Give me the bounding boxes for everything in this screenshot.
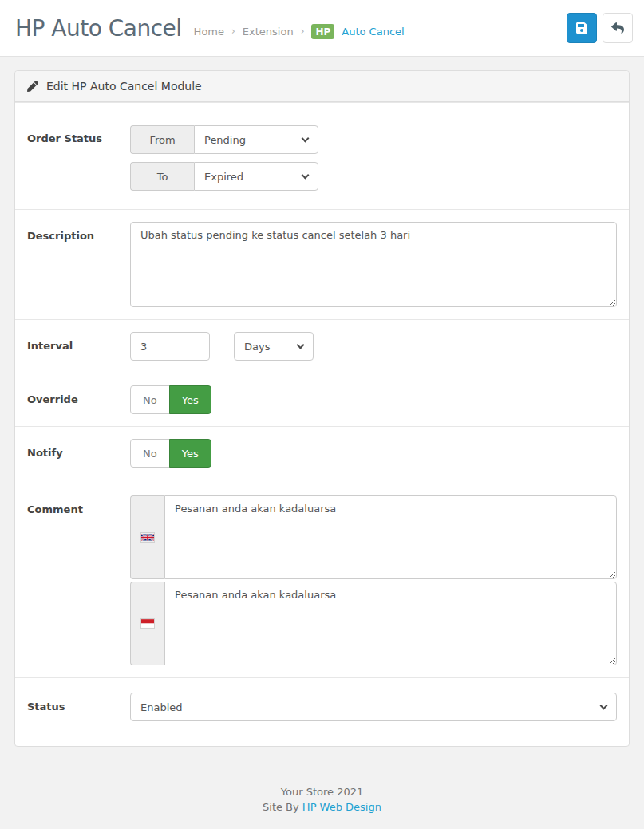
interval-input[interactable] [130,332,210,361]
breadcrumb-separator: › [301,26,305,37]
back-button[interactable] [603,13,633,43]
page-title: HP Auto Cancel [15,15,182,41]
indonesia-flag-icon [130,582,164,665]
order-status-from-group: From Pending [130,125,617,154]
interval-label: Interval [27,332,130,361]
status-label: Status [27,693,130,721]
breadcrumb-extension-link[interactable]: Extension [243,26,294,38]
breadcrumb-home-link[interactable]: Home [194,26,224,38]
hp-badge: HP [311,24,334,39]
override-yes-button[interactable]: Yes [169,385,211,414]
panel-heading: Edit HP Auto Cancel Module [15,71,629,102]
breadcrumb: Home › Extension › HP Auto Cancel [194,24,405,39]
form-row-notify: Notify No Yes [15,426,629,480]
comment-english-group: Pesanan anda akan kadaluarsa [130,495,617,579]
notify-no-button[interactable]: No [130,439,170,468]
from-addon-label: From [130,125,194,154]
floppy-disk-icon [575,22,588,34]
comment-english-textarea[interactable]: Pesanan anda akan kadaluarsa [164,495,617,579]
override-no-button[interactable]: No [130,385,170,414]
description-label: Description [27,222,130,307]
comment-label: Comment [27,495,130,665]
comment-indonesian-group: Pesanan anda akan kadaluarsa [130,582,617,665]
to-addon-label: To [130,162,194,191]
order-status-label: Order Status [27,125,130,191]
description-textarea[interactable]: Ubah status pending ke status cancel set… [130,222,617,307]
page-header: HP Auto Cancel Home › Extension › HP Aut… [0,0,644,57]
override-label: Override [27,385,130,414]
form-row-status: Status Enabled [15,677,629,746]
comment-indonesian-textarea[interactable]: Pesanan anda akan kadaluarsa [164,582,617,665]
interval-unit-select[interactable]: Days [234,332,314,361]
header-actions [567,13,633,43]
form-row-order-status: Order Status From Pending To Expi [15,102,629,209]
reply-arrow-icon [611,22,624,34]
footer-siteby-text: Site By [263,801,299,813]
form-row-interval: Interval Days [15,319,629,373]
footer-siteby-line: Site By HP Web Design [0,800,644,815]
form-row-comment: Comment Pesanan anda akan kadaluarsa [15,480,629,677]
breadcrumb-current-link[interactable]: Auto Cancel [342,26,404,38]
form-row-override: Override No Yes [15,373,629,426]
order-status-to-select[interactable]: Expired [194,162,318,191]
footer-store-text: Your Store 2021 [0,785,644,800]
override-toggle: No Yes [130,385,211,414]
notify-yes-button[interactable]: Yes [169,439,211,468]
panel-heading-title: Edit HP Auto Cancel Module [46,80,202,93]
uk-flag-icon [130,495,164,579]
content-area: Edit HP Auto Cancel Module Order Status … [0,57,644,747]
page-footer: Your Store 2021 Site By HP Web Design [0,785,644,829]
footer-site-link[interactable]: HP Web Design [302,801,381,813]
order-status-to-group: To Expired [130,162,617,191]
form-row-description: Description Ubah status pending ke statu… [15,209,629,319]
save-button[interactable] [567,13,597,43]
status-select[interactable]: Enabled [130,693,617,721]
edit-module-panel: Edit HP Auto Cancel Module Order Status … [14,70,630,747]
breadcrumb-separator: › [231,26,235,37]
notify-toggle: No Yes [130,439,211,468]
order-status-from-select[interactable]: Pending [194,125,318,154]
pencil-icon [27,81,38,92]
notify-label: Notify [27,439,130,468]
